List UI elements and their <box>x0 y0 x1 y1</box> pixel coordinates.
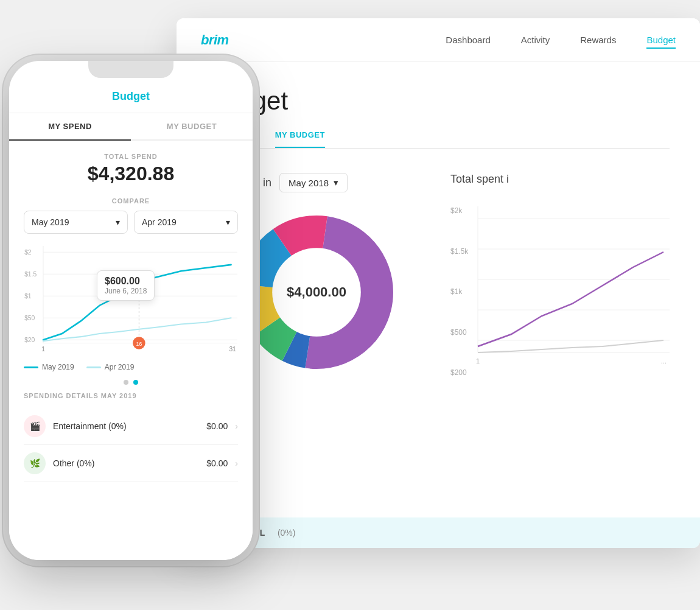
nav-item-dashboard[interactable]: Dashboard <box>446 35 490 46</box>
svg-text:$1: $1 <box>24 293 32 300</box>
tooltip-date: June 6, 2018 <box>105 287 147 295</box>
total-spend-section: TOTAL SPEND $4,320.88 <box>24 153 238 185</box>
chevron-right-icon: › <box>235 421 238 431</box>
donut-chart: $4,000.00 <box>231 207 402 377</box>
nav-item-activity[interactable]: Activity <box>521 35 550 46</box>
phone-screen: Budget MY SPEND MY BUDGET TOTAL SPEND $4… <box>9 78 253 560</box>
other-icon: 🌿 <box>24 452 46 474</box>
chart-legend: May 2019 Apr 2019 <box>24 363 238 371</box>
line-chart-area: $2k $1.5k $1k $500 $200 <box>450 200 670 383</box>
chevron-down-icon: ▾ <box>334 177 338 188</box>
phone-tabs: MY SPEND MY BUDGET <box>9 113 253 141</box>
nav-links: Dashboard Activity Rewards Budget <box>446 35 676 46</box>
donut-center-value: $4,000.00 <box>287 284 346 300</box>
total-spend-label: TOTAL SPEND <box>24 153 238 160</box>
desktop-window: brim Dashboard Activity Rewards Budget B… <box>177 18 700 548</box>
nav-item-budget[interactable]: Budget <box>646 35 676 46</box>
other-amount: $0.00 <box>206 458 228 468</box>
phone-outer: Budget MY SPEND MY BUDGET TOTAL SPEND $4… <box>9 61 253 560</box>
month-dropdown[interactable]: May 2018 ▾ <box>279 173 348 192</box>
legend-may: May 2019 <box>24 363 74 371</box>
svg-text:1: 1 <box>41 346 45 352</box>
tab-my-budget[interactable]: MY BUDGET <box>275 130 325 148</box>
content-area: Total spent in May 2018 ▾ <box>207 173 670 390</box>
phone-tab-my-spend[interactable]: MY SPEND <box>9 113 131 141</box>
legend-apr: Apr 2019 <box>86 363 135 371</box>
y-label-1k: $1k <box>450 287 468 296</box>
page-dot-1[interactable] <box>124 380 128 385</box>
nav-link-dashboard: Dashboard <box>446 35 490 45</box>
svg-text:$50: $50 <box>24 315 35 321</box>
spending-details-header: SPENDING DETAILS MAY 2019 <box>24 392 238 399</box>
nav-link-rewards: Rewards <box>580 35 616 45</box>
line-chart-title: Total spent i <box>450 173 670 186</box>
chevron-down-icon: ▾ <box>116 217 120 227</box>
svg-text:16: 16 <box>136 341 142 347</box>
total-percent: (0%) <box>278 528 296 538</box>
mini-chart: $600.00 June 6, 2018 $2 $1.5 $1 <box>24 246 238 368</box>
svg-text:...: ... <box>661 357 667 365</box>
svg-text:$1.5: $1.5 <box>24 271 37 278</box>
compare-dropdowns: May 2019 ▾ Apr 2019 ▾ <box>24 211 238 234</box>
compare-label: COMPARE <box>24 197 238 205</box>
desktop-tabs: MY SPEND MY BUDGET <box>207 130 670 149</box>
nav-link-budget: Budget <box>646 35 676 49</box>
line-chart-svg: 1 ... <box>450 200 670 371</box>
compare-dropdown-apr[interactable]: Apr 2019 ▾ <box>134 211 238 234</box>
phone-header-title: Budget <box>9 90 253 103</box>
entertainment-amount: $0.00 <box>206 421 228 431</box>
total-spend-amount: $4,320.88 <box>24 163 238 185</box>
legend-dot-apr <box>86 366 101 368</box>
y-axis-labels: $2k $1.5k $1k $500 $200 <box>450 200 468 383</box>
spending-item-other[interactable]: 🌿 Other (0%) $0.00 › <box>24 445 238 482</box>
entertainment-icon: 🎬 <box>24 415 46 437</box>
svg-text:31: 31 <box>229 346 236 352</box>
line-section: Total spent i $2k $1.5k $1k $500 $200 <box>450 173 670 390</box>
nav-item-rewards[interactable]: Rewards <box>580 35 616 46</box>
app-logo[interactable]: brim <box>201 32 229 48</box>
desktop-content: Budget MY SPEND MY BUDGET Total spent in… <box>177 62 700 390</box>
y-label-500: $500 <box>450 328 468 337</box>
y-label-1-5k: $1.5k <box>450 247 468 256</box>
page-title: Budget <box>207 86 670 116</box>
chevron-down-icon: ▾ <box>226 217 230 227</box>
nav-link-activity: Activity <box>521 35 550 45</box>
bottom-bar: TOTAL (0%) <box>177 517 700 548</box>
entertainment-name: Entertainment (0%) <box>53 421 199 431</box>
svg-text:$20: $20 <box>24 337 35 343</box>
phone-tab-my-budget[interactable]: MY BUDGET <box>131 113 253 139</box>
legend-dot-may <box>24 366 38 368</box>
chart-tooltip: $600.00 June 6, 2018 <box>97 270 155 301</box>
mini-chart-svg: $2 $1.5 $1 $50 $20 1 16 <box>24 246 238 356</box>
svg-text:1: 1 <box>476 357 480 365</box>
mobile-phone: Budget MY SPEND MY BUDGET TOTAL SPEND $4… <box>9 61 253 591</box>
pagination-dots <box>24 380 238 385</box>
svg-text:$2: $2 <box>24 249 32 256</box>
y-label-200: $200 <box>450 368 468 377</box>
other-name: Other (0%) <box>53 458 199 468</box>
phone-body: TOTAL SPEND $4,320.88 COMPARE May 2019 ▾… <box>9 141 253 556</box>
chevron-right-icon-2: › <box>235 458 238 468</box>
spending-item-entertainment[interactable]: 🎬 Entertainment (0%) $0.00 › <box>24 408 238 445</box>
tooltip-amount: $600.00 <box>105 276 147 287</box>
phone-notch <box>88 61 173 78</box>
phone-header: Budget <box>9 78 253 113</box>
y-label-2k: $2k <box>450 206 468 215</box>
page-dot-2[interactable] <box>133 380 138 385</box>
desktop-nav: brim Dashboard Activity Rewards Budget <box>177 18 700 62</box>
compare-dropdown-may[interactable]: May 2019 ▾ <box>24 211 128 234</box>
